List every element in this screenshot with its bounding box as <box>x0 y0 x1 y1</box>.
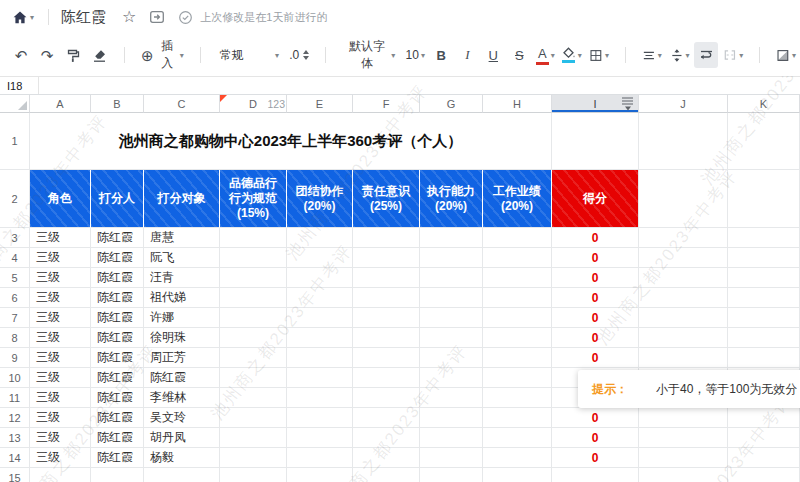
row-header[interactable]: 14 <box>0 448 30 468</box>
cell[interactable] <box>287 288 353 308</box>
cell-role[interactable]: 三级 <box>30 268 91 288</box>
number-format-select[interactable]: 常规▾ <box>214 42 282 68</box>
column-header-f[interactable]: F <box>353 95 420 113</box>
cell-target[interactable]: 吴文玲 <box>144 408 220 428</box>
cell[interactable] <box>220 368 287 388</box>
cell[interactable] <box>728 468 800 482</box>
cell[interactable] <box>220 308 287 328</box>
row-header[interactable]: 6 <box>0 288 30 308</box>
cell[interactable] <box>420 388 483 408</box>
cell[interactable] <box>728 228 800 248</box>
cell-scorer[interactable]: 陈红霞 <box>91 328 144 348</box>
font-family-select[interactable]: 默认字体▾ <box>339 42 399 68</box>
star-favorite-button[interactable]: ☆ <box>120 7 138 27</box>
cell[interactable] <box>420 448 483 468</box>
cell[interactable] <box>220 408 287 428</box>
row-header[interactable]: 4 <box>0 248 30 268</box>
cell[interactable] <box>483 368 552 388</box>
fill-color-button[interactable]: ▾ <box>559 42 584 68</box>
column-header-e[interactable]: E <box>287 95 353 113</box>
underline-button[interactable]: U <box>481 42 505 68</box>
cell[interactable] <box>483 428 552 448</box>
cell[interactable] <box>639 288 728 308</box>
cell[interactable] <box>639 308 728 328</box>
row-header[interactable]: 15 <box>0 468 30 482</box>
cell[interactable] <box>353 248 420 268</box>
document-title[interactable]: 陈红霞 <box>61 8 106 27</box>
cell-target[interactable]: 阮飞 <box>144 248 220 268</box>
cell[interactable] <box>287 228 353 248</box>
italic-button[interactable]: I <box>455 42 479 68</box>
cell[interactable] <box>420 328 483 348</box>
cell[interactable] <box>728 348 800 368</box>
cell[interactable] <box>552 468 639 482</box>
cell[interactable] <box>353 428 420 448</box>
cell-role[interactable]: 三级 <box>30 408 91 428</box>
header-cell-performance[interactable]: 工作业绩 (20%) <box>483 170 552 228</box>
cell[interactable] <box>220 268 287 288</box>
cell[interactable] <box>287 268 353 288</box>
cell[interactable] <box>552 113 639 170</box>
cell-score[interactable]: 0 <box>552 248 639 268</box>
column-header-b[interactable]: B <box>91 95 144 113</box>
cell-role[interactable]: 三级 <box>30 248 91 268</box>
cell[interactable] <box>287 468 353 482</box>
cell[interactable] <box>220 448 287 468</box>
cell-role[interactable]: 三级 <box>30 448 91 468</box>
font-color-button[interactable]: A ▾ <box>533 42 557 68</box>
cell[interactable] <box>353 288 420 308</box>
cell[interactable] <box>728 408 800 428</box>
cell[interactable] <box>220 428 287 448</box>
row-header[interactable]: 7 <box>0 308 30 328</box>
cell-role[interactable]: 三级 <box>30 368 91 388</box>
cell[interactable] <box>353 468 420 482</box>
row-header[interactable]: 9 <box>0 348 30 368</box>
cell-score[interactable]: 0 <box>552 268 639 288</box>
header-cell-role[interactable]: 角色 <box>30 170 91 228</box>
cell[interactable] <box>483 448 552 468</box>
header-cell-scorer[interactable]: 打分人 <box>91 170 144 228</box>
cell[interactable] <box>220 288 287 308</box>
cell-scorer[interactable]: 陈红霞 <box>91 228 144 248</box>
cell-score[interactable]: 0 <box>552 328 639 348</box>
header-cell-teamwork[interactable]: 团结协作 (20%) <box>287 170 353 228</box>
row-header[interactable]: 3 <box>0 228 30 248</box>
cell[interactable] <box>728 428 800 448</box>
home-button[interactable]: ▾ <box>10 8 36 27</box>
row-header[interactable]: 13 <box>0 428 30 448</box>
cell[interactable] <box>420 248 483 268</box>
move-to-folder-button[interactable] <box>147 8 167 26</box>
format-painter-button[interactable] <box>61 42 85 68</box>
cell-target[interactable]: 陈红霞 <box>144 368 220 388</box>
bold-button[interactable]: B <box>429 42 453 68</box>
cell[interactable] <box>420 408 483 428</box>
cell[interactable] <box>287 308 353 328</box>
cell[interactable] <box>420 308 483 328</box>
cell-target[interactable]: 周正芳 <box>144 348 220 368</box>
cell[interactable] <box>287 408 353 428</box>
cell[interactable] <box>353 328 420 348</box>
row-header[interactable]: 12 <box>0 408 30 428</box>
cell[interactable] <box>287 388 353 408</box>
cell-scorer[interactable]: 陈红霞 <box>91 248 144 268</box>
cell[interactable] <box>639 170 728 228</box>
cell[interactable] <box>639 468 728 482</box>
cell[interactable] <box>639 248 728 268</box>
cell[interactable] <box>728 328 800 348</box>
cell-score[interactable]: 0 <box>552 228 639 248</box>
cell-role[interactable]: 三级 <box>30 288 91 308</box>
cell[interactable] <box>483 328 552 348</box>
header-cell-responsibility[interactable]: 责任意识 (25%) <box>353 170 420 228</box>
cell[interactable] <box>639 428 728 448</box>
cell[interactable] <box>483 408 552 428</box>
cell-role[interactable]: 三级 <box>30 328 91 348</box>
cell[interactable] <box>420 228 483 248</box>
cell-target[interactable]: 李维林 <box>144 388 220 408</box>
cell[interactable] <box>220 328 287 348</box>
row-header[interactable]: 5 <box>0 268 30 288</box>
cell-score[interactable]: 0 <box>552 428 639 448</box>
cell[interactable] <box>420 348 483 368</box>
cell[interactable] <box>728 248 800 268</box>
cell[interactable] <box>728 288 800 308</box>
cell[interactable] <box>483 268 552 288</box>
